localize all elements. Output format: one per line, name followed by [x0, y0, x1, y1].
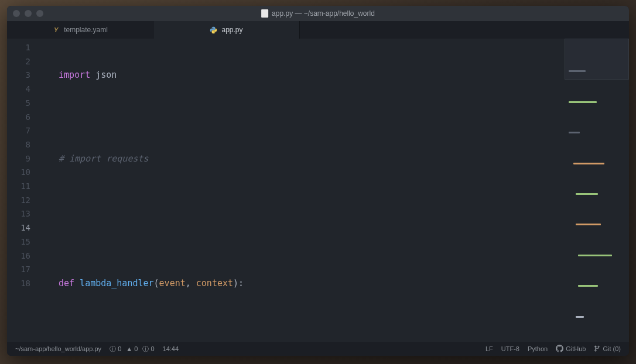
file-icon [261, 9, 268, 18]
line-5 [41, 235, 629, 249]
status-bar: ~/sam-app/hello_world/app.py ⓘ 0 ▲ 0 ⓘ 0… [7, 342, 629, 356]
line-1: import json [41, 68, 629, 83]
traffic-lights [13, 10, 43, 17]
status-eol[interactable]: LF [485, 345, 493, 352]
status-git[interactable]: Git (0) [594, 345, 621, 353]
status-github[interactable]: GitHub [556, 345, 586, 353]
titlebar: app.py — ~/sam-app/hello_world [7, 6, 629, 21]
close-button[interactable] [13, 10, 20, 17]
editor-window: app.py — ~/sam-app/hello_world Y templat… [7, 6, 629, 356]
window-title-text: app.py — ~/sam-app/hello_world [272, 9, 375, 18]
yaml-icon: Y [52, 26, 60, 34]
line-numbers: 1 2 3 4 5 6 7 8 9 10 11 12 13 14 15 16 1… [7, 39, 41, 342]
line-4 [41, 194, 629, 208]
status-file-path[interactable]: ~/sam-app/hello_world/app.py [15, 345, 101, 352]
status-language[interactable]: Python [528, 345, 548, 352]
minimize-button[interactable] [25, 10, 32, 17]
status-time: 14:44 [163, 345, 179, 352]
line-3: # import requests [41, 152, 629, 166]
status-diagnostics[interactable]: ⓘ 0 ▲ 0 ⓘ 0 [110, 345, 154, 353]
editor[interactable]: 1 2 3 4 5 6 7 8 9 10 11 12 13 14 15 16 1… [7, 39, 629, 342]
status-encoding[interactable]: UTF-8 [501, 345, 519, 352]
error-icon: ⓘ 0 [142, 345, 154, 353]
code-content[interactable]: import json # import requests def lambda… [41, 39, 629, 342]
tab-bar: Y template.yaml app.py [7, 21, 629, 39]
git-branch-icon [594, 345, 600, 353]
line-7 [41, 318, 629, 332]
line-6: def lambda_handler(event, context): [41, 277, 629, 291]
info-icon: ⓘ 0 [110, 345, 121, 353]
warning-icon: ▲ 0 [126, 345, 138, 352]
line-2 [41, 111, 629, 125]
window-title: app.py — ~/sam-app/hello_world [261, 9, 375, 18]
tab-label: app.py [221, 26, 242, 34]
minimap[interactable] [565, 39, 629, 80]
python-icon [210, 26, 217, 34]
tab-template-yaml[interactable]: Y template.yaml [7, 21, 153, 39]
tab-app-py[interactable]: app.py [153, 21, 300, 39]
zoom-button[interactable] [36, 10, 43, 17]
github-icon [556, 345, 563, 353]
tab-label: template.yaml [64, 26, 108, 34]
